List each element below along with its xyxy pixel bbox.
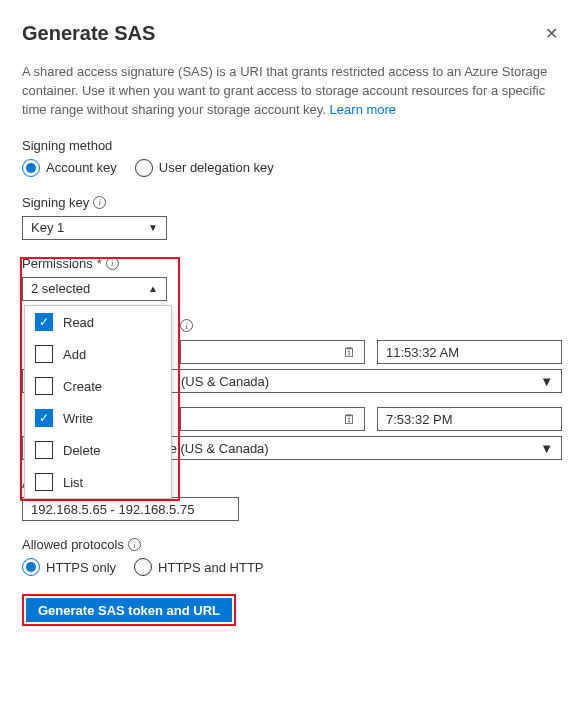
permissions-summary: 2 selected [31,281,90,296]
checkbox-unchecked-icon [35,473,53,491]
info-icon[interactable]: i [128,538,141,551]
chevron-down-icon: ▼ [540,374,553,389]
radio-label: Account key [46,160,117,175]
permissions-dropdown[interactable]: ✓ Read Add Create ✓ Write Delete List [24,305,172,499]
radio-label: HTTPS only [46,560,116,575]
perm-option-label: Add [63,347,86,362]
chevron-down-icon: ▼ [148,222,158,233]
close-icon[interactable]: ✕ [541,20,562,47]
checkbox-unchecked-icon [35,377,53,395]
info-icon[interactable]: i [106,257,119,270]
start-time-input[interactable]: 11:53:32 AM [377,340,562,364]
chevron-down-icon: ▼ [540,441,553,456]
perm-option-create[interactable]: Create [25,370,171,402]
signing-key-value: Key 1 [31,220,64,235]
start-date-input[interactable]: 🗓 [180,340,365,364]
perm-option-add[interactable]: Add [25,338,171,370]
radio-checked-icon [22,558,40,576]
calendar-icon: 🗓 [343,345,356,360]
perm-option-label: List [63,475,83,490]
expiry-date-input[interactable]: 🗓 [180,407,365,431]
perm-option-list[interactable]: List [25,466,171,498]
allowed-ip-value: 192.168.5.65 - 192.168.5.75 [31,502,194,517]
radio-https-and-http[interactable]: HTTPS and HTTP [134,558,263,576]
radio-account-key[interactable]: Account key [22,159,117,177]
radio-label: User delegation key [159,160,274,175]
checkbox-unchecked-icon [35,441,53,459]
expiry-time-input[interactable]: 7:53:32 PM [377,407,562,431]
description-body: A shared access signature (SAS) is a URI… [22,64,547,117]
info-icon[interactable]: i [180,319,193,332]
checkbox-checked-icon: ✓ [35,313,53,331]
radio-unchecked-icon [134,558,152,576]
radio-unchecked-icon [135,159,153,177]
info-icon[interactable]: i [93,196,106,209]
perm-option-label: Delete [63,443,101,458]
allowed-protocols-label: Allowed protocols [22,537,124,552]
highlight-box: Generate SAS token and URL [22,594,236,626]
perm-option-delete[interactable]: Delete [25,434,171,466]
perm-option-label: Write [63,411,93,426]
signing-method-label: Signing method [22,138,562,153]
learn-more-link[interactable]: Learn more [330,102,396,117]
description-text: A shared access signature (SAS) is a URI… [22,63,562,120]
expiry-time-value: 7:53:32 PM [386,412,453,427]
radio-https-only[interactable]: HTTPS only [22,558,116,576]
perm-option-read[interactable]: ✓ Read [25,306,171,338]
start-timezone-value: (US & Canada) [181,374,540,389]
perm-option-label: Read [63,315,94,330]
calendar-icon: 🗓 [343,412,356,427]
allowed-ip-input[interactable]: 192.168.5.65 - 192.168.5.75 [22,497,239,521]
start-time-value: 11:53:32 AM [386,345,459,360]
signing-key-label: Signing key [22,195,89,210]
required-asterisk: * [97,256,102,271]
radio-label: HTTPS and HTTP [158,560,263,575]
perm-option-label: Create [63,379,102,394]
generate-sas-button[interactable]: Generate SAS token and URL [26,598,232,622]
chevron-up-icon: ▲ [148,283,158,294]
perm-option-write[interactable]: ✓ Write [25,402,171,434]
checkbox-checked-icon: ✓ [35,409,53,427]
signing-key-select[interactable]: Key 1 ▼ [22,216,167,240]
radio-user-delegation-key[interactable]: User delegation key [135,159,274,177]
radio-checked-icon [22,159,40,177]
permissions-select[interactable]: 2 selected ▲ [22,277,167,301]
page-title: Generate SAS [22,22,155,45]
permissions-label: Permissions [22,256,93,271]
checkbox-unchecked-icon [35,345,53,363]
